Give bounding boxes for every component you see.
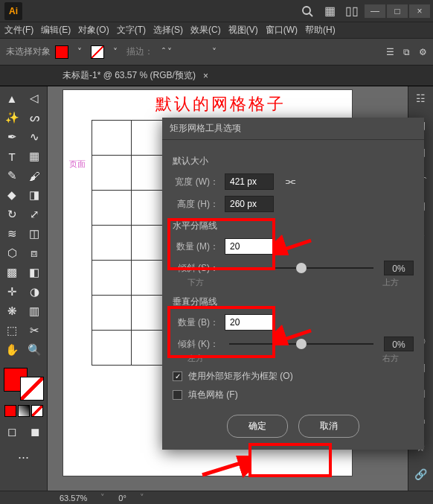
scale-tool[interactable]: ⤢ [24,205,45,223]
rotate-angle[interactable]: 0° [118,494,126,503]
hand-tool[interactable]: ✋ [1,341,22,359]
count-m-input[interactable] [225,238,274,255]
default-size-heading: 默认大小 [173,155,414,168]
skew-k-slider[interactable] [229,343,373,345]
use-outer-rect-label: 使用外部矩形作为框架 (O) [188,370,293,383]
skew-s-label: 倾斜 (S)： [173,262,219,275]
shape-builder-tool[interactable]: ⬡ [1,244,22,262]
zoom-tool[interactable]: 🔍 [24,341,45,359]
menu-view[interactable]: 视图(V) [228,24,258,36]
mesh-tool[interactable]: ▩ [1,264,22,281]
magic-wand-tool[interactable]: ✨ [1,109,22,127]
menu-help[interactable]: 帮助(H) [305,24,336,36]
prefs-icon[interactable]: ⚙ [419,47,427,57]
links-panel-icon[interactable]: 🔗 [413,468,429,480]
lasso-tool[interactable]: ᔕ [24,109,45,127]
cancel-button[interactable]: 取消 [298,415,359,438]
color-mode-solid[interactable] [4,405,16,417]
perspective-grid-tool[interactable]: ⧈ [24,244,45,262]
ok-button[interactable]: 确定 [227,415,288,438]
arrange-documents-icon[interactable]: ▦ [320,1,339,21]
svg-point-0 [303,7,310,14]
color-mode-none[interactable] [31,405,43,417]
doc-tab-close[interactable]: × [203,71,208,81]
rectangular-grid-tool[interactable]: ▦ [24,147,45,165]
skew-s-slider[interactable] [229,267,373,269]
brushdef-dropdown[interactable]: ˅ [208,47,221,57]
free-transform-tool[interactable]: ◫ [24,225,45,243]
slice-tool[interactable]: ✂ [24,322,45,339]
search-icon[interactable] [298,1,317,21]
annotation-headline: 默认的网格格子 [155,93,286,115]
pen-tool[interactable]: ✒ [1,128,22,146]
strokeweight-dropdown[interactable]: ˆ ˅ [158,47,176,57]
properties-panel-icon[interactable]: ☷ [413,92,429,104]
blend-tool[interactable]: ◑ [24,283,45,301]
paintbrush-tool[interactable]: ✎ [1,167,22,185]
document-tabs: 未标题-1* @ 63.57 % (RGB/预览) × [0,66,433,86]
count-b-input[interactable] [225,314,274,331]
artboard-tool[interactable]: ⬚ [1,322,22,339]
fill-swatch[interactable] [55,45,68,59]
color-mode-gradient[interactable] [18,405,30,417]
skew-s-value[interactable]: 0% [384,261,414,275]
menu-file[interactable]: 文件(F) [4,24,33,36]
width-tool[interactable]: ≋ [1,225,22,243]
control-bar: 未选择对象 ˅ ˅ 描边： ˆ ˅ ˅ ☰ ⧉ ⚙ [0,39,433,66]
skew-s-right-label: 上方 [382,277,399,288]
column-graph-tool[interactable]: ▥ [24,302,45,320]
selection-status: 未选择对象 [6,45,51,58]
width-input[interactable] [225,173,274,190]
selection-tool[interactable]: ▲ [1,89,22,107]
stroke-swatch[interactable] [91,45,104,59]
artboard-label: 页面 [69,159,86,170]
skew-k-label: 倾斜 (K)： [173,338,219,351]
edit-toolbar[interactable]: ⋯ [1,448,45,466]
eraser-tool[interactable]: ◨ [24,186,45,204]
curvature-tool[interactable]: ∿ [24,128,45,146]
symbol-sprayer-tool[interactable]: ❋ [1,302,22,320]
fill-grid-label: 填色网格 (F) [188,389,238,401]
skew-k-value[interactable]: 0% [384,336,414,351]
stroke-dropdown[interactable]: ˅ [109,47,122,57]
vertical-dividers-heading: 垂直分隔线 [173,296,414,308]
screen-mode-normal[interactable]: ◻ [1,423,22,441]
constrain-proportions-icon[interactable]: ⫘ [284,175,296,188]
menu-type[interactable]: 文字(T) [117,24,146,36]
dialog-title: 矩形网格工具选项 [162,118,424,140]
align-icon[interactable]: ☰ [386,47,394,57]
maximize-button[interactable]: □ [387,4,408,18]
type-tool[interactable]: T [1,147,22,165]
width-label: 宽度 (W)： [173,176,219,188]
title-bar: Ai ▦ ▯▯ — □ × [0,0,433,22]
arrange-icon[interactable]: ⧉ [403,47,410,57]
skew-k-right-label: 右方 [382,353,399,364]
menu-edit[interactable]: 编辑(E) [41,24,71,36]
horizontal-dividers-heading: 水平分隔线 [173,220,414,232]
screen-mode-full[interactable]: ◼ [25,423,46,441]
minimize-button[interactable]: — [365,4,385,18]
eyedropper-tool[interactable]: ✛ [1,283,22,301]
height-input[interactable] [225,196,274,212]
shaper-tool[interactable]: ◆ [1,186,22,204]
fill-grid-checkbox[interactable]: 填色网格 (F) [173,389,414,401]
menu-window[interactable]: 窗口(W) [266,24,298,36]
menu-object[interactable]: 对象(O) [78,24,109,36]
workspace-switcher-icon[interactable]: ▯▯ [342,1,362,21]
doc-tab-1[interactable]: 未标题-1* @ 63.57 % (RGB/预览) × [55,69,216,82]
checkbox-icon [173,371,182,381]
menu-select[interactable]: 选择(S) [153,24,183,36]
rotate-tool[interactable]: ↻ [1,205,22,223]
gradient-tool[interactable]: ◧ [24,264,45,281]
count-m-label: 数量 (M)： [173,240,219,253]
direct-selection-tool[interactable]: ◁ [24,89,45,107]
use-outer-rect-checkbox[interactable]: 使用外部矩形作为框架 (O) [173,370,414,383]
blob-brush-tool[interactable]: 🖌 [24,167,45,185]
skew-k-left-label: 左方 [187,353,204,364]
close-button[interactable]: × [409,4,430,18]
zoom-level[interactable]: 63.57% [60,494,87,503]
fill-dropdown[interactable]: ˅ [73,47,86,57]
fill-stroke-control[interactable] [1,368,45,401]
big-stroke-swatch[interactable] [20,377,44,401]
menu-effect[interactable]: 效果(C) [190,24,221,36]
